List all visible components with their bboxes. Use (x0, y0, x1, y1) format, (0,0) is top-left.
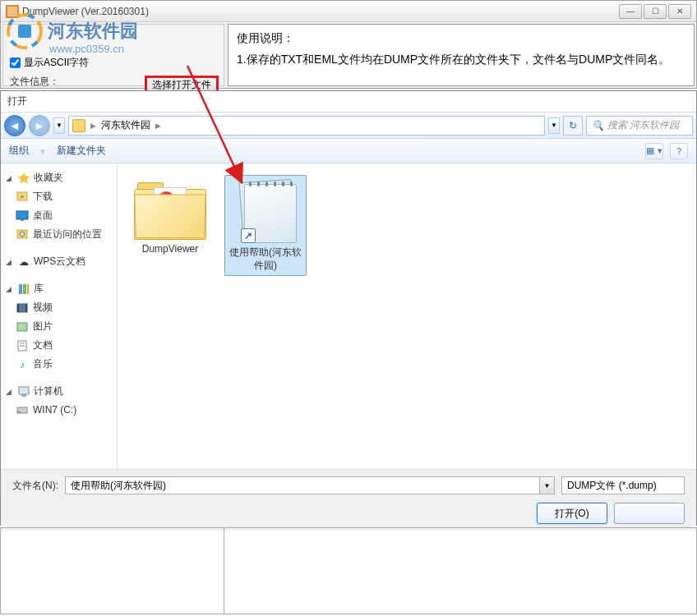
close-button[interactable]: ✕ (668, 4, 691, 19)
open-button[interactable]: 打开(O) (537, 503, 607, 524)
caret-icon: ◢ (6, 174, 14, 182)
svg-rect-4 (18, 25, 31, 38)
sidebar-item-desktop[interactable]: 桌面 (4, 206, 113, 225)
file-item-selected[interactable]: ↗ 使用帮助(河东软件园) (224, 175, 307, 276)
sidebar-label: WIN7 (C:) (33, 404, 76, 416)
svg-rect-16 (17, 323, 27, 331)
dialog-title: 打开 (1, 91, 696, 113)
breadcrumb-item[interactable]: 河东软件园 (101, 118, 150, 132)
search-icon: 🔍 (592, 120, 604, 131)
video-icon (16, 301, 29, 315)
sidebar-item-drive-c[interactable]: WIN7 (C:) (4, 401, 113, 419)
caret-icon: ◢ (6, 258, 14, 266)
music-icon: ♪ (16, 358, 29, 371)
sidebar-label: 桌面 (33, 209, 53, 223)
svg-rect-10 (19, 284, 22, 294)
svg-rect-7 (21, 219, 24, 221)
sidebar-label: 图片 (33, 319, 53, 333)
sidebar-label: 下载 (33, 190, 53, 204)
breadcrumb-dropdown[interactable]: ▼ (548, 117, 560, 134)
sidebar-computer-header[interactable]: ◢ 计算机 (4, 382, 113, 401)
ascii-checkbox-row: 显示ASCII字符 (10, 56, 217, 70)
refresh-button[interactable]: ↻ (563, 116, 583, 136)
caret-icon: ◢ (6, 388, 14, 396)
filename-input[interactable] (65, 476, 540, 494)
notepad-large-icon: ↗ (233, 179, 298, 245)
file-list-area[interactable]: DumpViewer ↗ 使用帮助(河东软件园) (118, 163, 696, 469)
svg-rect-21 (19, 387, 29, 394)
breadcrumb-bar[interactable]: ▶ 河东软件园 ▶ (68, 116, 545, 136)
sidebar-wps-header[interactable]: ◢ ☁ WPS云文档 (4, 252, 113, 271)
help-button[interactable]: ? (670, 143, 688, 159)
cancel-button[interactable] (614, 503, 685, 524)
sidebar-favorites-header[interactable]: ◢ 收藏夹 (4, 168, 113, 187)
sidebar-label: 最近访问的位置 (33, 228, 102, 241)
sidebar-label: 音乐 (33, 357, 53, 371)
file-label: DumpViewer (133, 243, 207, 256)
file-label: 使用帮助(河东软件园) (228, 246, 302, 272)
nav-back-button[interactable]: ◄ (4, 115, 25, 136)
filename-label: 文件名(N): (12, 479, 58, 493)
folder-icon (72, 119, 85, 132)
svg-point-17 (20, 324, 22, 327)
sidebar-libraries-header[interactable]: ◢ 库 (4, 279, 113, 298)
folder-item[interactable]: DumpViewer (129, 175, 211, 260)
sidebar-item-documents[interactable]: 文档 (4, 336, 113, 355)
download-icon (16, 191, 29, 204)
folder-large-icon (134, 179, 206, 240)
watermark-icon (7, 13, 43, 49)
svg-rect-6 (16, 211, 28, 219)
view-mode-button[interactable]: ▦ ▾ (645, 143, 663, 159)
breadcrumb-sep-icon: ▶ (155, 122, 161, 130)
maximize-button[interactable]: ☐ (644, 4, 667, 19)
svg-rect-24 (18, 411, 21, 412)
watermark-text: 河东软件园 (48, 19, 138, 44)
svg-rect-15 (25, 304, 27, 312)
sidebar-item-videos[interactable]: 视频 (4, 298, 113, 317)
sidebar-label: WPS云文档 (34, 255, 85, 269)
grid-cell (224, 528, 696, 614)
file-filter-select[interactable]: DUMP文件 (*.dump) (561, 476, 685, 494)
search-placeholder: 搜索 河东软件园 (607, 118, 679, 132)
sidebar-label: 视频 (33, 301, 53, 315)
ascii-checkbox-label: 显示ASCII字符 (24, 56, 89, 70)
sidebar-label: 文档 (33, 338, 53, 352)
watermark-url: www.pc0359.cn (49, 43, 124, 55)
instructions-title: 使用说明： (237, 31, 685, 46)
svg-rect-12 (27, 284, 29, 294)
dialog-content: ◢ 收藏夹 下载 桌面 最近访问的位置 (1, 163, 696, 469)
dialog-toolbar: 组织 ▾ 新建文件夹 ▦ ▾ ? (1, 139, 696, 163)
open-file-dialog: 打开 ◄ ► ▼ ▶ 河东软件园 ▶ ▼ ↻ 🔍 搜索 河东软件园 组织 ▾ 新… (0, 90, 697, 526)
dialog-footer: 文件名(N): ▼ DUMP文件 (*.dump) 打开(O) (1, 469, 696, 531)
cloud-icon: ☁ (17, 255, 30, 269)
minimize-button[interactable]: — (619, 4, 642, 19)
grid-cell (1, 528, 224, 614)
organize-menu[interactable]: 组织 (9, 144, 29, 158)
search-input[interactable]: 🔍 搜索 河东软件园 (586, 116, 693, 136)
toolbar-separator: ▾ (40, 145, 45, 157)
new-folder-button[interactable]: 新建文件夹 (57, 144, 106, 158)
ascii-checkbox[interactable] (10, 57, 21, 68)
sidebar-item-pictures[interactable]: 图片 (4, 317, 113, 336)
drive-icon (16, 403, 29, 416)
library-icon (17, 283, 30, 296)
filename-dropdown[interactable]: ▼ (540, 476, 555, 494)
sidebar-item-music[interactable]: ♪ 音乐 (4, 355, 113, 374)
star-icon (17, 172, 30, 185)
sidebar-item-recent[interactable]: 最近访问的位置 (4, 225, 113, 244)
svg-rect-22 (21, 394, 26, 397)
instructions-panel: 使用说明： 1.保存的TXT和EML文件均在DUMP文件所在的文件夹下，文件名与… (228, 24, 695, 86)
caret-icon: ◢ (6, 285, 14, 293)
svg-rect-11 (23, 284, 26, 294)
breadcrumb-sep-icon: ▶ (90, 122, 96, 130)
instruction-line-1: 1.保存的TXT和EML文件均在DUMP文件所在的文件夹下，文件名与DUMP文件… (237, 53, 685, 67)
nav-forward-button[interactable]: ► (29, 115, 50, 136)
computer-icon (17, 385, 30, 398)
sidebar-label: 计算机 (34, 384, 63, 398)
document-icon (16, 339, 29, 352)
picture-icon (16, 320, 29, 333)
dialog-sidebar: ◢ 收藏夹 下载 桌面 最近访问的位置 (1, 163, 118, 469)
nav-history-dropdown[interactable]: ▼ (53, 117, 65, 134)
sidebar-item-downloads[interactable]: 下载 (4, 187, 113, 206)
shortcut-arrow-icon: ↗ (241, 228, 256, 243)
